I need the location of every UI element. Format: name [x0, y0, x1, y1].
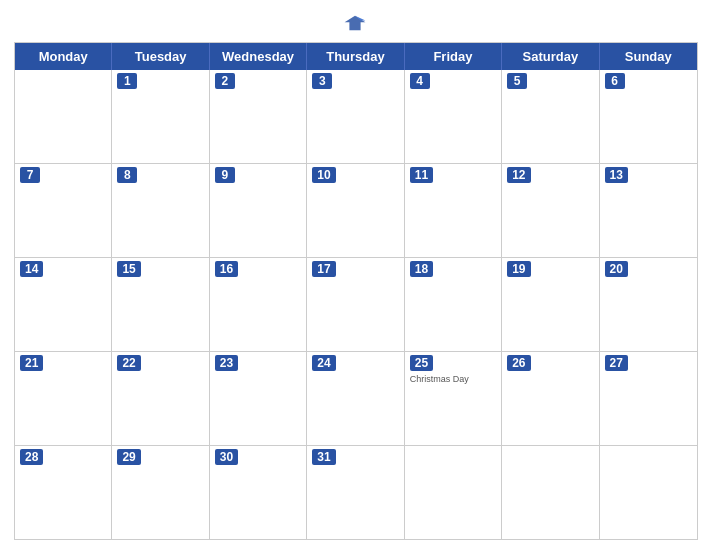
day-cell: 3 [307, 70, 404, 163]
day-number: 23 [215, 355, 238, 371]
day-number: 31 [312, 449, 335, 465]
day-number: 2 [215, 73, 235, 89]
day-number: 3 [312, 73, 332, 89]
day-cell: 4 [405, 70, 502, 163]
day-number: 20 [605, 261, 628, 277]
day-cell: 0 [405, 446, 502, 539]
day-cell: 15 [112, 258, 209, 351]
day-cell: 7 [15, 164, 112, 257]
day-cell: 16 [210, 258, 307, 351]
day-cell: 14 [15, 258, 112, 351]
day-cell: 23 [210, 352, 307, 445]
day-number: 9 [215, 167, 235, 183]
week-row-3: 14151617181920 [15, 257, 697, 351]
day-number: 13 [605, 167, 628, 183]
week-row-4: 2122232425Christmas Day2627 [15, 351, 697, 445]
day-header-tuesday: Tuesday [112, 43, 209, 70]
day-number: 17 [312, 261, 335, 277]
day-header-sunday: Sunday [600, 43, 697, 70]
day-number: 16 [215, 261, 238, 277]
day-cell: 13 [600, 164, 697, 257]
day-number: 5 [507, 73, 527, 89]
day-number: 4 [410, 73, 430, 89]
day-cell: 18 [405, 258, 502, 351]
day-number: 11 [410, 167, 433, 183]
day-cell: 12 [502, 164, 599, 257]
day-cell: 0 [15, 70, 112, 163]
day-cell: 24 [307, 352, 404, 445]
day-number: 28 [20, 449, 43, 465]
calendar-grid: MondayTuesdayWednesdayThursdayFridaySatu… [14, 42, 698, 540]
day-cell: 5 [502, 70, 599, 163]
day-header-saturday: Saturday [502, 43, 599, 70]
day-cell: 31 [307, 446, 404, 539]
day-header-thursday: Thursday [307, 43, 404, 70]
day-number: 10 [312, 167, 335, 183]
day-number: 25 [410, 355, 433, 371]
day-number: 6 [605, 73, 625, 89]
day-cell: 30 [210, 446, 307, 539]
day-number: 15 [117, 261, 140, 277]
day-number: 22 [117, 355, 140, 371]
day-number: 27 [605, 355, 628, 371]
day-number: 1 [117, 73, 137, 89]
day-cell: 20 [600, 258, 697, 351]
logo-bird-icon [343, 14, 367, 32]
day-number: 26 [507, 355, 530, 371]
day-cell: 25Christmas Day [405, 352, 502, 445]
logo [343, 14, 370, 32]
day-cell: 28 [15, 446, 112, 539]
holiday-label: Christmas Day [410, 374, 496, 385]
day-cell: 29 [112, 446, 209, 539]
day-number: 14 [20, 261, 43, 277]
day-number: 8 [117, 167, 137, 183]
day-number: 24 [312, 355, 335, 371]
day-header-wednesday: Wednesday [210, 43, 307, 70]
week-row-2: 78910111213 [15, 163, 697, 257]
day-cell: 0 [502, 446, 599, 539]
day-header-monday: Monday [15, 43, 112, 70]
calendar-page: MondayTuesdayWednesdayThursdayFridaySatu… [0, 0, 712, 550]
day-cell: 19 [502, 258, 599, 351]
day-cell: 9 [210, 164, 307, 257]
day-cell: 11 [405, 164, 502, 257]
day-cell: 26 [502, 352, 599, 445]
svg-marker-0 [344, 16, 365, 30]
day-number: 19 [507, 261, 530, 277]
day-cell: 1 [112, 70, 209, 163]
day-cell: 0 [600, 446, 697, 539]
day-cell: 17 [307, 258, 404, 351]
calendar-header [14, 10, 698, 36]
day-header-friday: Friday [405, 43, 502, 70]
day-number: 12 [507, 167, 530, 183]
day-cell: 22 [112, 352, 209, 445]
day-number: 29 [117, 449, 140, 465]
week-row-1: 0123456 [15, 70, 697, 163]
calendar-body: 0123456789101112131415161718192021222324… [15, 70, 697, 539]
day-headers-row: MondayTuesdayWednesdayThursdayFridaySatu… [15, 43, 697, 70]
day-cell: 27 [600, 352, 697, 445]
day-cell: 6 [600, 70, 697, 163]
day-cell: 21 [15, 352, 112, 445]
day-cell: 8 [112, 164, 209, 257]
day-number: 21 [20, 355, 43, 371]
day-number: 18 [410, 261, 433, 277]
day-cell: 10 [307, 164, 404, 257]
day-number: 7 [20, 167, 40, 183]
day-number: 30 [215, 449, 238, 465]
day-cell: 2 [210, 70, 307, 163]
week-row-5: 28293031000 [15, 445, 697, 539]
